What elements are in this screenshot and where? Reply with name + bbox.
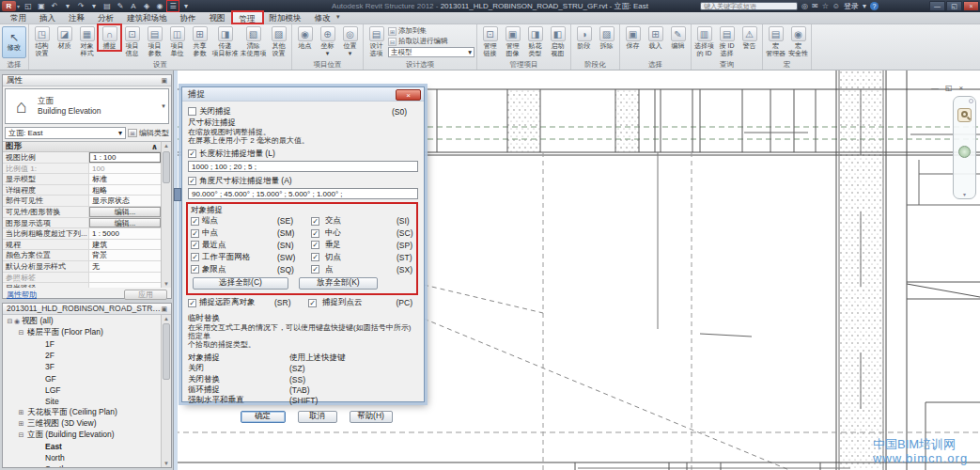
scroll-down-icon[interactable]: ▼ [162, 461, 171, 466]
ribbon-tab[interactable]: 注释 [62, 11, 91, 24]
property-row[interactable]: 图形显示选项 编辑... [3, 218, 161, 229]
project-browser-title[interactable]: 2013011_HLD_ROBINSON_ROAD_STRU_GF.rvt - … [3, 304, 171, 315]
qat-icon[interactable]: ↷ [75, 1, 86, 11]
qat-icon[interactable]: ▾ [180, 1, 192, 11]
snap-checkbox[interactable]: ✓ [191, 217, 199, 226]
snap-checkbox[interactable]: ✓ [311, 241, 319, 249]
ribbon-button[interactable]: ◳ 结构 设置 [31, 25, 53, 56]
property-row[interactable]: 规程 建筑 [3, 240, 161, 251]
ribbon-button[interactable]: ▤ 按 ID 选择 [716, 25, 738, 56]
ribbon-button[interactable]: ▨ 拆除 [596, 25, 617, 50]
dialog-title-bar[interactable]: 捕捉 × [182, 87, 424, 102]
ribbon-button[interactable]: ◫ 项目 单位 [166, 25, 188, 56]
ribbon-tab[interactable]: 协作 [174, 11, 203, 24]
help-button[interactable]: 帮助(H) [350, 411, 393, 423]
view-restore-icon[interactable]: ◱ [945, 84, 953, 92]
ribbon-button[interactable]: ◎ 位置 ▾ [339, 25, 361, 56]
binoculars-icon[interactable]: ◎ [801, 2, 808, 10]
angle-snap-checkbox[interactable]: ✓ [188, 177, 196, 185]
ribbon-panel-toggle-icon[interactable]: ▾ [336, 13, 340, 23]
ribbon-tab[interactable]: 常用 [4, 11, 33, 24]
scroll-up-icon[interactable]: ▲ [162, 316, 171, 321]
tree-item[interactable]: 3F [3, 361, 161, 372]
tree-item[interactable]: North [3, 452, 161, 463]
snap-checkbox[interactable]: ✓ [191, 229, 199, 238]
tree-item[interactable]: Site [3, 396, 161, 407]
ribbon-button[interactable]: ⊞ 载入 [645, 25, 666, 50]
ribbon-button[interactable]: ▣ 保存 [622, 25, 644, 50]
ok-button[interactable]: 确定 [241, 411, 286, 423]
properties-help-link[interactable]: 属性帮助 [7, 290, 37, 300]
qat-icon[interactable]: ▾ [88, 1, 100, 11]
property-row[interactable]: 日光路径 [3, 283, 161, 288]
tree-item[interactable]: East [3, 441, 161, 452]
close-button[interactable]: × [963, 1, 979, 11]
ribbon-button[interactable]: ⊡ 项目 信息 [121, 25, 143, 56]
minimize-button[interactable]: — [929, 1, 945, 11]
scrollbar-thumb[interactable] [163, 323, 170, 380]
ribbon-button[interactable]: ▨ 其他 设置 [268, 25, 289, 56]
ribbon-button[interactable]: ◉ 地点 [294, 25, 316, 50]
snaps-off-checkbox[interactable] [188, 107, 196, 116]
ribbon-button[interactable]: ⚠ 警告 [739, 25, 760, 50]
chevron-down-icon[interactable]: ▾ [863, 2, 866, 10]
active-design-option-dropdown[interactable]: 主模型 ▾ [388, 47, 474, 57]
steering-wheel-icon[interactable] [958, 146, 971, 158]
browser-scrollbar[interactable]: ▲ ▼ [161, 315, 171, 467]
length-increments-input[interactable]: 1000 ; 100 ; 20 ; 5 ; [188, 161, 418, 172]
favorites-star-icon[interactable]: ☆ [822, 2, 829, 10]
ribbon-button[interactable]: ▤ 项目 参数 [144, 25, 165, 56]
palette-box-icon[interactable]: ▣ [161, 77, 167, 85]
ribbon-tab[interactable]: 修改 [308, 11, 337, 24]
properties-scrollbar[interactable]: ▲ ▼ [161, 142, 171, 288]
property-row[interactable]: 默认分析显示样式 无 [3, 261, 161, 273]
view-selector-dropdown[interactable]: 立面: East ▾ [5, 127, 126, 139]
ribbon-button[interactable]: ⊕ 坐标 ▾ [317, 25, 338, 56]
qat-icon[interactable]: ✎ [115, 1, 126, 11]
ribbon-button[interactable]: ◨ 贴花 类型 [524, 25, 546, 56]
ribbon-button[interactable]: ◑ 阶段 [573, 25, 595, 50]
angle-snap-row[interactable]: ✓ 角度尺寸标注捕捉增量 (A) [188, 175, 418, 187]
palette-box-icon[interactable]: ▣ [161, 306, 167, 313]
expander-icon[interactable]: ⊞ [17, 420, 25, 428]
scroll-down-icon[interactable]: ▼ [162, 281, 171, 287]
ribbon-button[interactable]: ◨ 传递 项目标准 [211, 25, 239, 56]
tree-item[interactable]: ⊟ ◉ 视图 (all) [3, 316, 161, 327]
tree-item[interactable]: 1F [3, 338, 161, 350]
ribbon-button[interactable]: ▤ 宏 管理器 [765, 25, 786, 56]
qat-icon[interactable]: ▣ [36, 1, 47, 11]
expander-icon[interactable]: ⊟ [6, 318, 14, 325]
ribbon-button[interactable]: ✎ 编辑 [667, 25, 689, 50]
expander-icon[interactable]: ⊟ [17, 329, 25, 337]
user-icon[interactable]: ☺ [832, 2, 840, 10]
collapse-icon[interactable]: ∧ [151, 142, 158, 151]
qat-icon[interactable]: ◱ [23, 1, 34, 11]
qat-icon[interactable]: ↶ [49, 1, 60, 11]
tree-item[interactable]: ⊟ 立面 (Building Elevation) [3, 430, 161, 441]
restore-button[interactable]: ◱ [946, 1, 962, 11]
qat-icon[interactable]: A [128, 1, 139, 11]
tree-item[interactable]: LGF [3, 384, 161, 396]
property-row[interactable]: 部件可见性 显示原状态 [3, 196, 161, 207]
ribbon-tab[interactable]: 插入 [33, 11, 62, 24]
ribbon-button[interactable]: ▧ 清除 未使用项 [240, 25, 267, 56]
design-option-tool[interactable]: ⊞ 添加到集 [388, 26, 474, 36]
check-none-button[interactable]: 放弃全部(K) [299, 277, 378, 290]
ribbon-button[interactable]: ▥ 选择项 的 ID [693, 25, 715, 56]
property-row[interactable]: 参照标签 [3, 273, 161, 284]
properties-palette-title[interactable]: 属性 ▣ [3, 75, 171, 86]
qat-icon[interactable]: ▾ [62, 1, 73, 11]
property-row[interactable]: 显示模型 标准 [3, 174, 161, 185]
ribbon-tab[interactable]: 管理 [232, 11, 263, 24]
snap-checkbox[interactable]: ✓ [191, 253, 199, 261]
modify-button[interactable]: ↖ 修改 [2, 26, 26, 58]
view-close-icon[interactable]: × [959, 84, 964, 92]
cancel-button[interactable]: 取消 [298, 411, 337, 423]
tree-item[interactable]: South [3, 463, 161, 467]
type-selector[interactable]: ⌂ 立面 Building Elevation ▾ [5, 88, 169, 124]
length-snap-row[interactable]: ✓ 长度标注捕捉增量 (L) [188, 148, 418, 160]
snap-checkbox[interactable]: ✓ [191, 241, 199, 249]
ribbon-button[interactable]: ∩ 捕捉 [99, 25, 120, 50]
help-icon[interactable]: ? [870, 2, 879, 10]
ribbon-tab[interactable]: 视图 [203, 11, 232, 24]
